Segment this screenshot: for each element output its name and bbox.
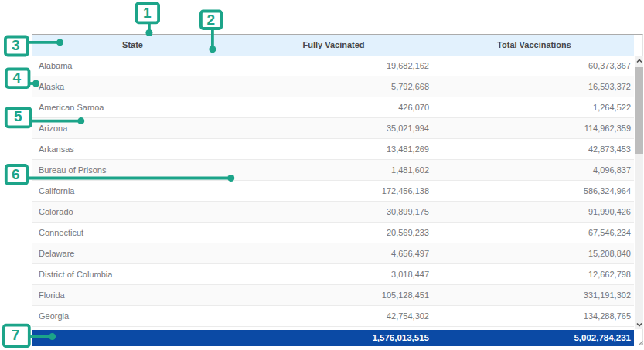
svg-text:1: 1 [143, 5, 152, 21]
svg-text:3: 3 [12, 37, 20, 53]
svg-text:7: 7 [12, 327, 20, 343]
svg-text:5: 5 [14, 108, 22, 124]
svg-text:6: 6 [12, 166, 20, 182]
svg-text:2: 2 [207, 12, 216, 28]
svg-text:4: 4 [13, 70, 22, 86]
